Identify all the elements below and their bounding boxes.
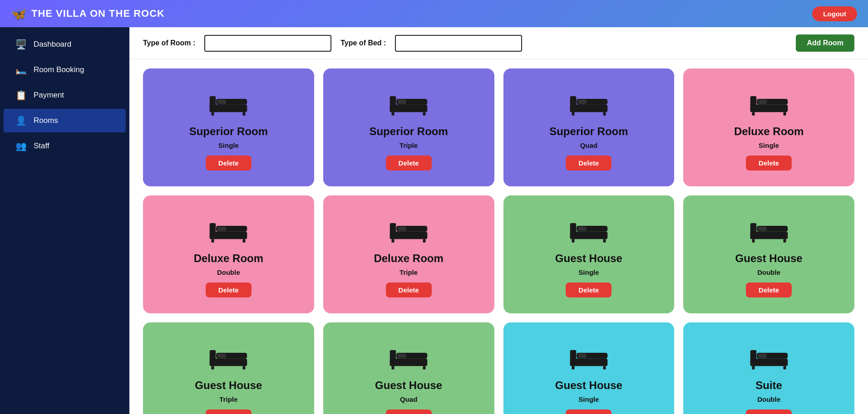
sidebar-item-payment[interactable]: 📋 Payment	[4, 83, 126, 107]
svg-rect-10	[392, 112, 395, 116]
svg-rect-67	[750, 350, 756, 366]
room-card-3: Superior Room Quad Delete	[503, 68, 675, 186]
room-bed-type: Triple	[219, 395, 237, 403]
sidebar-item-staff[interactable]: 👥 Staff	[4, 134, 126, 158]
bed-icon	[208, 341, 249, 373]
dashboard-icon: 🖥️	[15, 39, 27, 50]
svg-rect-39	[578, 227, 587, 231]
svg-rect-16	[572, 112, 574, 116]
room-card-1: Superior Room Single Delete	[143, 68, 314, 186]
room-card-9: Guest House Triple Delete	[143, 322, 314, 414]
delete-button[interactable]: Delete	[566, 282, 612, 297]
filter-bar: Type of Room : Type of Bed : Add Room	[129, 27, 868, 59]
room-type-input[interactable]	[204, 35, 331, 52]
main-layout: 🖥️ Dashboard 🛏️ Room Booking 📋 Payment 👤…	[0, 27, 868, 414]
delete-button[interactable]: Delete	[746, 409, 792, 414]
room-name: Superior Room	[549, 125, 628, 138]
svg-rect-37	[570, 223, 577, 239]
svg-rect-47	[783, 239, 786, 243]
logout-button[interactable]: Logout	[812, 6, 857, 21]
delete-button[interactable]: Delete	[206, 282, 252, 297]
svg-rect-64	[572, 366, 574, 370]
bed-icon	[749, 87, 789, 119]
sidebar-label-staff: Staff	[34, 141, 49, 151]
svg-rect-11	[423, 112, 426, 116]
sidebar-item-room-booking[interactable]: 🛏️ Room Booking	[4, 58, 126, 82]
svg-rect-33	[398, 227, 406, 231]
sidebar-label-room-booking: Room Booking	[34, 65, 84, 74]
bed-icon	[208, 87, 249, 119]
svg-rect-25	[210, 223, 216, 239]
room-card-12: Suite Double Delete	[683, 322, 854, 414]
svg-rect-52	[212, 366, 214, 370]
content-area: Type of Room : Type of Bed : Add Room Su…	[129, 27, 868, 414]
svg-rect-41	[603, 239, 606, 243]
rooms-grid-container: Superior Room Single Delete Superior Roo…	[129, 59, 868, 414]
bed-icon	[388, 87, 429, 119]
logo-icon: 🦋	[11, 6, 27, 21]
room-bed-type: Double	[217, 268, 240, 276]
room-card-7: Guest House Single Delete	[503, 195, 675, 313]
room-bed-type: Single	[578, 268, 599, 276]
sidebar-label-payment: Payment	[34, 91, 64, 100]
bed-icon	[208, 214, 249, 246]
bed-icon	[568, 87, 609, 119]
svg-rect-23	[783, 112, 786, 116]
app-title: THE VILLA ON THE ROCK	[31, 8, 165, 19]
svg-rect-35	[423, 239, 426, 243]
svg-rect-22	[752, 112, 755, 116]
svg-rect-40	[572, 239, 574, 243]
header: 🦋 THE VILLA ON THE ROCK Logout	[0, 0, 868, 27]
delete-button[interactable]: Delete	[206, 409, 252, 414]
add-room-button[interactable]: Add Room	[796, 34, 854, 52]
sidebar-label-rooms: Rooms	[34, 116, 58, 125]
delete-button[interactable]: Delete	[746, 156, 792, 170]
room-bed-type: Triple	[399, 141, 418, 149]
room-bed-type: Quad	[400, 395, 417, 403]
room-bed-type: Quad	[580, 141, 597, 149]
bed-icon	[388, 341, 429, 373]
staff-icon: 👥	[15, 141, 27, 151]
svg-rect-27	[217, 227, 226, 231]
room-bed-type: Single	[759, 141, 779, 149]
svg-rect-71	[783, 366, 786, 370]
svg-rect-70	[752, 366, 755, 370]
sidebar: 🖥️ Dashboard 🛏️ Room Booking 📋 Payment 👤…	[0, 27, 129, 414]
room-bed-type: Double	[757, 268, 780, 276]
svg-rect-7	[390, 96, 396, 112]
svg-rect-43	[750, 223, 756, 239]
rooms-icon: 👤	[15, 115, 27, 126]
svg-rect-19	[750, 96, 756, 112]
room-card-2: Superior Room Triple Delete	[323, 68, 494, 186]
room-bed-type: Single	[578, 395, 599, 403]
svg-rect-53	[243, 366, 246, 370]
payment-icon: 📋	[15, 90, 27, 101]
svg-rect-61	[570, 350, 577, 366]
room-name: Guest House	[555, 252, 622, 265]
svg-rect-63	[578, 354, 587, 358]
delete-button[interactable]: Delete	[746, 282, 792, 297]
delete-button[interactable]: Delete	[566, 156, 612, 170]
sidebar-item-rooms[interactable]: 👤 Rooms	[4, 109, 126, 132]
room-booking-icon: 🛏️	[15, 64, 27, 75]
bed-icon	[388, 214, 429, 246]
bed-type-input[interactable]	[395, 35, 522, 52]
svg-rect-45	[758, 227, 767, 231]
room-card-6: Deluxe Room Triple Delete	[323, 195, 494, 313]
delete-button[interactable]: Delete	[566, 409, 612, 414]
room-bed-type: Single	[218, 141, 239, 149]
room-name: Deluxe Room	[734, 125, 804, 138]
room-name: Suite	[755, 379, 782, 392]
room-bed-type: Double	[757, 395, 780, 403]
delete-button[interactable]: Delete	[386, 409, 432, 414]
sidebar-label-dashboard: Dashboard	[34, 40, 71, 49]
room-bed-type: Triple	[399, 268, 418, 276]
svg-rect-5	[243, 112, 246, 116]
delete-button[interactable]: Delete	[386, 156, 432, 170]
svg-rect-65	[603, 366, 606, 370]
svg-rect-28	[212, 239, 214, 243]
delete-button[interactable]: Delete	[386, 282, 432, 297]
svg-rect-21	[758, 100, 767, 104]
delete-button[interactable]: Delete	[206, 156, 252, 170]
sidebar-item-dashboard[interactable]: 🖥️ Dashboard	[4, 33, 126, 56]
